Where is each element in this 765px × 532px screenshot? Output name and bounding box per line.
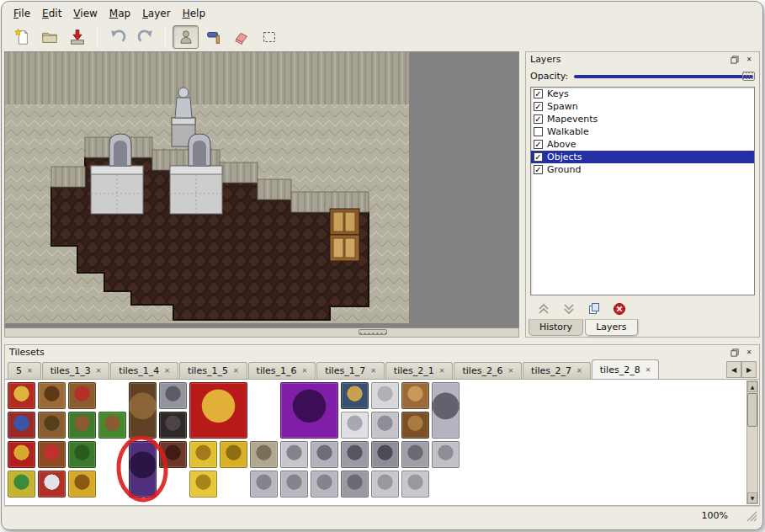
hscroll-thumb[interactable] (359, 329, 387, 335)
menu-layer[interactable]: Layer (136, 6, 176, 21)
undo-button[interactable] (104, 25, 130, 49)
tile-chest-wood[interactable] (401, 382, 429, 409)
opacity-slider-handle[interactable] (742, 72, 755, 81)
tile-throne-red[interactable] (189, 382, 247, 439)
tile-grave-vase[interactable] (371, 441, 399, 468)
horizontal-splitter[interactable] (4, 338, 760, 344)
tileset-tab-tiles_1_3[interactable]: tiles_1_3✕ (42, 362, 110, 379)
fill-tool-button[interactable] (200, 25, 226, 49)
tile-arch-dark[interactable] (159, 412, 187, 439)
tile-arch-gray[interactable] (159, 382, 187, 409)
tab-layers[interactable]: Layers (585, 319, 637, 336)
tile-gold-pile[interactable] (189, 471, 217, 497)
close-tab-icon[interactable]: ✕ (645, 366, 651, 374)
tileset-tab-tiles_1_6[interactable]: tiles_1_6✕ (248, 362, 316, 379)
checkbox-checked[interactable]: ✓ (534, 140, 543, 149)
new-file-button[interactable] (8, 25, 35, 49)
tile-banner-red[interactable] (8, 382, 35, 409)
tile-door-purple[interactable] (129, 441, 157, 497)
tile-plant-pot-2[interactable] (98, 412, 126, 439)
raise-layer-button[interactable] (536, 301, 551, 317)
tile-block-stone-3[interactable] (401, 471, 429, 497)
layer-row-spawn[interactable]: ✓Spawn (531, 100, 754, 113)
tile-pillar-white[interactable] (371, 382, 399, 409)
scroll-tabs-right-icon[interactable]: ▶ (741, 361, 757, 378)
eraser-tool-button[interactable] (228, 25, 254, 49)
menu-file[interactable]: File (8, 6, 36, 21)
redo-button[interactable] (132, 25, 158, 49)
layer-row-above[interactable]: ✓Above (531, 138, 754, 151)
scroll-up-icon[interactable]: ▲ (747, 381, 757, 392)
tile-statue-angel[interactable] (280, 441, 308, 468)
checkbox-checked[interactable]: ✓ (534, 102, 543, 111)
menu-edit[interactable]: Edit (36, 6, 67, 21)
tileset-tab-tiles_1_7[interactable]: tiles_1_7✕ (316, 362, 385, 379)
tile-statue-wings[interactable] (311, 441, 338, 468)
opacity-slider-track[interactable] (574, 75, 753, 78)
close-tab-icon[interactable]: ✕ (302, 367, 308, 375)
close-tab-icon[interactable]: ✕ (96, 367, 102, 375)
checkbox-unchecked[interactable] (534, 127, 543, 136)
tile-chain-gold[interactable] (220, 441, 247, 468)
tab-history[interactable]: History (529, 319, 583, 336)
tile-seal-red[interactable] (68, 382, 96, 409)
float-panel-icon[interactable] (729, 54, 741, 65)
close-tab-icon[interactable]: ✕ (164, 367, 170, 375)
layer-row-mapevents[interactable]: ✓Mapevents (531, 113, 754, 125)
tile-banner-blue[interactable] (8, 412, 35, 439)
checkbox-checked[interactable]: ✓ (534, 89, 543, 98)
resize-grip[interactable] (746, 510, 757, 522)
scroll-down-icon[interactable]: ▼ (747, 492, 757, 503)
delete-layer-button[interactable] (612, 301, 627, 317)
tile-plant-bush[interactable] (68, 441, 96, 468)
tile-statue-base-2[interactable] (280, 471, 308, 497)
vscroll-thumb[interactable] (747, 393, 757, 427)
close-tab-icon[interactable]: ✕ (439, 367, 445, 375)
tile-chest-dark[interactable] (401, 412, 429, 439)
tileset-tab-5[interactable]: 5✕ (8, 362, 41, 379)
lower-layer-button[interactable] (561, 301, 576, 317)
close-tab-icon[interactable]: ✕ (27, 367, 33, 375)
tileset-tab-tiles_2_8[interactable]: tiles_2_8✕ (592, 359, 660, 379)
tile-locker-tall[interactable] (129, 382, 157, 439)
tile-banner-green[interactable] (8, 471, 35, 497)
close-panel-icon[interactable]: ✕ (743, 54, 755, 65)
layer-row-walkable[interactable]: Walkable (531, 125, 754, 138)
layer-row-ground[interactable]: ✓Ground (531, 163, 754, 176)
tile-pillar-base[interactable] (341, 412, 369, 439)
checkbox-checked[interactable]: ✓ (534, 165, 543, 174)
scroll-tabs-left-icon[interactable]: ◀ (726, 361, 741, 378)
tileset-tab-tiles_2_6[interactable]: tiles_2_6✕ (454, 362, 522, 379)
tile-spinning-wheel-2[interactable] (38, 412, 66, 439)
checkbox-checked[interactable]: ✓ (534, 152, 543, 162)
tile-boulder[interactable] (250, 441, 278, 468)
tile-pedestal[interactable] (341, 471, 369, 497)
tile-button-red[interactable] (38, 471, 66, 497)
tile-armor-knight[interactable] (432, 382, 460, 439)
tile-crown-gold[interactable] (189, 441, 217, 468)
close-tab-icon[interactable]: ✕ (507, 367, 513, 375)
tile-block-stone-2[interactable] (371, 471, 399, 497)
vertical-splitter[interactable] (519, 51, 525, 338)
tile-arch-brown[interactable] (159, 441, 187, 468)
close-tab-icon[interactable]: ✕ (233, 367, 239, 375)
map-horizontal-scrollbar[interactable] (4, 328, 519, 338)
menu-map[interactable]: Map (104, 6, 136, 21)
tile-horn-gold[interactable] (68, 471, 96, 497)
checkbox-checked[interactable]: ✓ (534, 114, 543, 124)
tile-throne-purple[interactable] (280, 382, 338, 439)
tileset-vertical-scrollbar[interactable]: ▲ ▼ (746, 380, 758, 504)
opacity-slider[interactable] (574, 71, 755, 82)
tile-portrait[interactable] (341, 382, 369, 409)
tile-statue-base-3[interactable] (311, 471, 338, 497)
tileset-tab-tiles_1_5[interactable]: tiles_1_5✕ (179, 362, 247, 379)
tile-plant-pot[interactable] (68, 412, 96, 439)
layer-row-keys[interactable]: ✓Keys (531, 88, 754, 100)
tile-block-stone[interactable] (432, 441, 460, 468)
tile-tomb-gray[interactable] (401, 441, 429, 468)
tileset-tab-tiles_2_7[interactable]: tiles_2_7✕ (523, 362, 591, 379)
tile-statue-base-1[interactable] (250, 471, 278, 497)
map-canvas[interactable] (5, 52, 518, 327)
stamp-tool-button[interactable] (173, 25, 199, 49)
close-panel-icon[interactable]: ✕ (743, 347, 755, 358)
